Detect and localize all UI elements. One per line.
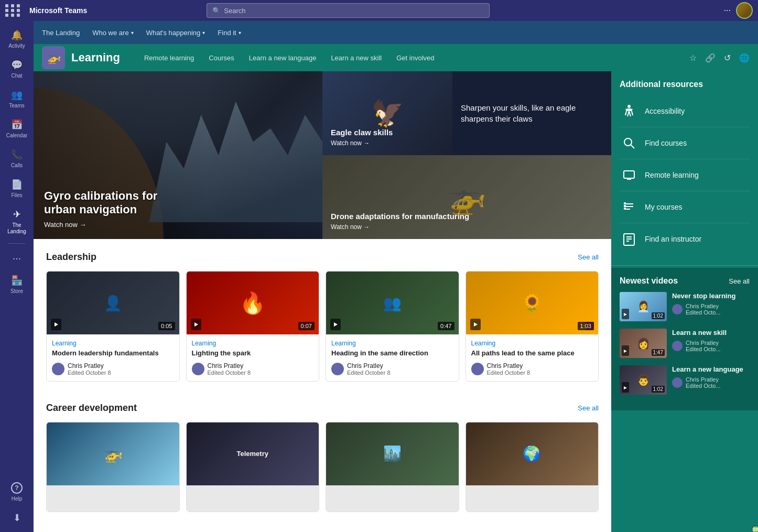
svg-marker-25 [624,350,627,353]
hero-left-watch-now[interactable]: Watch now → [44,221,191,229]
link-icon[interactable]: 🔗 [705,53,716,63]
video-duration: 1:03 [578,322,594,330]
sidebar-item-calls[interactable]: 📞 Calls [2,145,31,172]
sidebar-item-landing[interactable]: ✈ The Landing [2,204,31,239]
svg-line-10 [631,145,634,148]
play-icon [622,345,629,356]
card-body [326,485,459,512]
search-bar[interactable]: 🔍 [207,3,490,18]
play-icon[interactable] [191,319,201,330]
svg-point-9 [624,138,632,146]
sidebar-item-download[interactable]: ⬇ [2,508,31,528]
table-row[interactable]: 🏙️ [326,422,459,512]
appbar-link-whats-happening[interactable]: What's happening ▾ [146,29,205,37]
resource-item-find-courses[interactable]: Find courses [620,127,750,159]
career-section-header: Career development See all [46,403,599,414]
resource-item-my-courses[interactable]: My courses [620,191,750,223]
title-bar-actions: ··· 20 [724,2,753,19]
refresh-icon[interactable]: ↺ [724,53,731,63]
newest-see-all[interactable]: See all [729,277,750,285]
avatar [192,363,204,375]
card-thumbnail: 👥 0:47 [326,272,459,334]
avatar-img [737,3,752,18]
sidebar-item-label-calls: Calls [11,162,23,168]
nav-courses[interactable]: Courses [201,44,241,71]
sidebar-item-store[interactable]: 🏪 Store [2,270,31,298]
search-input[interactable] [224,7,484,15]
more-icon[interactable]: ··· [724,6,731,15]
panel-separator [611,265,758,266]
hero-top-right[interactable]: 🦅 Sharpen your skills, like an eagle sha… [322,71,611,155]
calls-icon: 📞 [11,149,23,160]
accessibility-icon [620,102,638,121]
hero-bottom-right[interactable]: 🚁 Drone adaptations for manufacturing Wa… [322,155,611,239]
play-icon[interactable] [51,319,61,330]
star-icon[interactable]: ☆ [689,53,697,63]
content-area: The Landing Who we are ▾ What's happenin… [34,21,758,532]
hero-eagle-text: Eagle claw skills Watch now → [331,128,393,147]
resource-item-accessibility[interactable]: Accessibility [620,95,750,127]
table-row[interactable]: 🔥 0:07 Learning Lighting the spar [186,271,320,382]
table-row[interactable]: Telemetry [186,422,320,512]
table-row[interactable]: 🌻 1:03 Learning [465,271,599,382]
play-icon [622,309,629,319]
sidebar-item-more[interactable]: ··· [2,248,31,268]
card-author-info: Chris Pratley Edited October 8 [487,362,530,376]
card-title: Modern leadership fundamentals [52,349,174,358]
video-title: Learn a new skill [672,329,750,338]
nav-learn-language[interactable]: Learn a new language [242,44,324,71]
avatar [672,377,683,388]
hero-tr-watch-now[interactable]: Watch now → [331,139,393,147]
sidebar-bottom: ? Help ⬇ [2,478,31,532]
play-icon[interactable] [330,319,341,330]
table-row[interactable]: 🌍 [465,422,599,512]
newest-videos-header: Newest videos See all [620,276,750,286]
leadership-see-all[interactable]: See all [578,253,599,261]
sidebar-item-calendar[interactable]: 📅 Calendar [2,115,31,143]
help-icon: ? [11,482,23,494]
list-item[interactable]: 👩 1:47 Learn a new skill [620,329,750,358]
hero-br-watch-now[interactable]: Watch now → [331,223,469,231]
learning-nav-icons: ☆ 🔗 ↺ 🌐 [689,53,750,63]
table-row[interactable]: 🚁 [46,422,180,512]
sidebar-item-help[interactable]: ? Help [2,478,31,506]
nav-get-involved[interactable]: Get involved [389,44,441,71]
career-see-all[interactable]: See all [578,404,599,412]
learning-title: Learning [71,51,120,64]
sidebar-item-files[interactable]: 📄 Files [2,175,31,202]
sidebar-item-teams[interactable]: 👥 Teams [2,85,31,113]
career-cards-grid: 🚁 Telemetry [46,422,599,512]
card-title: Heading in the same direction [331,349,453,358]
list-item[interactable]: 👩‍💼 1:02 Never stop learning [620,292,750,321]
app-grid-icon[interactable] [5,4,21,17]
sidebar-item-activity[interactable]: 🔔 Activity [2,25,31,53]
learning-header: 🚁 Learning Remote learning Courses Learn… [34,44,758,71]
resource-label-accessibility: Accessibility [645,107,685,115]
table-row[interactable]: 👥 0:47 Learning [326,271,459,382]
activity-icon: 🔔 [11,29,23,41]
list-item[interactable]: 👨 1:02 Learn a new language [620,365,750,395]
resource-item-find-instructor[interactable]: Find an instructor [620,223,750,255]
sidebar-item-chat[interactable]: 💬 Chat [2,55,31,83]
sidebar-item-label-files: Files [11,192,22,198]
hero-left-panel[interactable]: Gyro calibrations for urban navigation W… [34,71,322,239]
appbar-link-landing[interactable]: The Landing [42,29,80,37]
globe-icon[interactable]: 🌐 [739,53,750,63]
nav-remote-learning[interactable]: Remote learning [137,44,201,71]
video-duration: 0:47 [438,322,454,330]
table-row[interactable]: 👤 0:05 Learning [46,271,180,382]
more-apps-icon: ··· [13,252,21,264]
avatar[interactable]: 20 [736,2,753,19]
appbar-link-find-it[interactable]: Find it ▾ [218,29,241,37]
card-author-info: Chris Pratley Edited October 8 [347,362,391,376]
appbar-link-who[interactable]: Who we are ▾ [92,29,133,37]
nav-learn-skill[interactable]: Learn a new skill [323,44,389,71]
card-body [466,485,599,512]
card-body: Learning Lighting the spark Chris Pratle… [187,334,319,381]
leadership-title: Leadership [46,252,96,263]
files-icon: 📄 [11,179,23,190]
card-tag: Learning [471,340,593,347]
play-icon[interactable] [470,319,481,330]
resource-item-remote-learning[interactable]: Remote learning [620,159,750,191]
calendar-icon: 📅 [11,119,23,131]
